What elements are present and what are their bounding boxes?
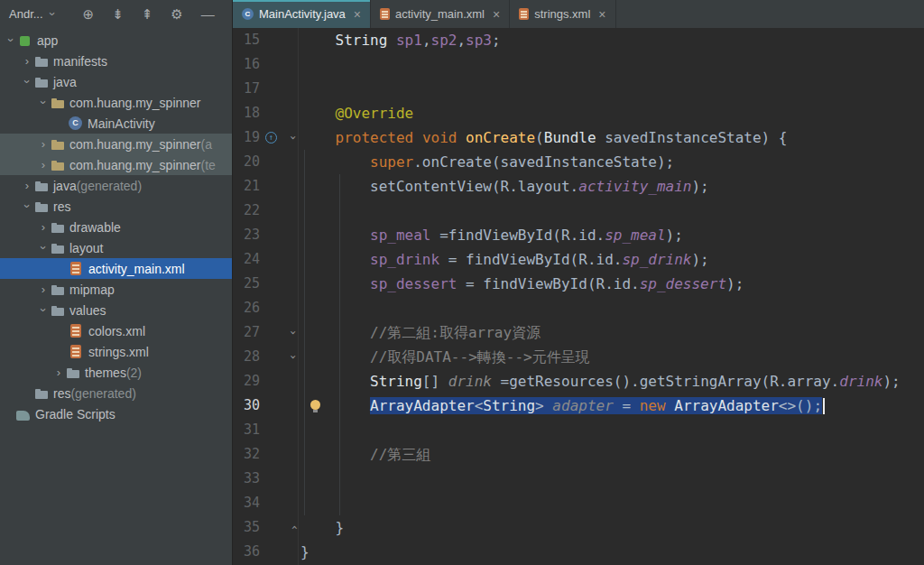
code-line[interactable]: 19↑› protected void onCreate(Bundle save… (233, 125, 924, 150)
tree-item-java[interactable]: ›java (generated) (0, 175, 232, 196)
line-number[interactable]: 28 (233, 345, 260, 369)
project-view-selector[interactable]: Andr... › (9, 7, 60, 21)
chevron-right-icon[interactable]: › (51, 366, 66, 379)
line-number[interactable]: 23 (233, 223, 260, 247)
chevron-down-icon[interactable]: › (37, 96, 51, 110)
code-line[interactable]: 15 String sp1,sp2,sp3; (233, 28, 924, 52)
code-line[interactable]: 36} (233, 540, 924, 564)
code-text[interactable]: String sp1,sp2,sp3; (300, 28, 501, 52)
code-text[interactable]: //第三組 (300, 442, 430, 467)
chevron-right-icon[interactable]: › (20, 54, 34, 68)
scroll-up-icon[interactable]: ⇞ (142, 7, 153, 21)
code-line[interactable]: 22 (233, 199, 924, 223)
code-line[interactable]: 29 String[] drink =getResources().getStr… (233, 369, 924, 394)
code-text[interactable]: sp_meal =findViewById(R.id.sp_meal); (300, 223, 683, 247)
tree-item-values[interactable]: ›values (0, 300, 232, 320)
line-number[interactable]: 17 (233, 77, 260, 101)
tree-item-activity-main-xml[interactable]: activity_main.xml (0, 258, 232, 279)
tree-item-app[interactable]: ›app (0, 30, 232, 51)
chevron-right-icon[interactable]: › (36, 137, 51, 151)
line-number[interactable]: 22 (233, 199, 260, 223)
line-number[interactable]: 34 (233, 491, 260, 515)
tree-item-drawable[interactable]: ›drawable (0, 217, 232, 237)
code-text[interactable]: @Override (300, 101, 413, 125)
line-number[interactable]: 29 (233, 369, 260, 394)
tree-item-com-huang-my-spinner[interactable]: ›com.huang.my_spinner (te (0, 154, 232, 175)
line-number[interactable]: 16 (233, 52, 260, 77)
tree-item-layout[interactable]: ›layout (0, 237, 232, 258)
locate-file-icon[interactable]: ⊕ (83, 7, 95, 21)
code-line[interactable]: 20 super.onCreate(savedInstanceState); (233, 150, 924, 174)
tree-item-mainactivity[interactable]: CMainActivity (0, 113, 232, 134)
code-text[interactable]: sp_drink = findViewById(R.id.sp_drink); (300, 247, 709, 272)
chevron-down-icon[interactable]: › (37, 241, 51, 255)
code-text[interactable]: //第二組:取得array資源 (300, 320, 541, 345)
tree-item-colors-xml[interactable]: colors.xml (0, 320, 232, 341)
line-number[interactable]: 31 (233, 418, 260, 442)
scroll-down-icon[interactable]: ⇟ (112, 7, 124, 21)
code-line[interactable]: 27› //第二組:取得array資源 (233, 320, 924, 345)
tree-item-gradle-scripts[interactable]: Gradle Scripts (0, 403, 232, 424)
code-text[interactable]: setContentView(R.layout.activity_main); (300, 174, 709, 199)
code-line[interactable]: 24 sp_drink = findViewById(R.id.sp_drink… (233, 247, 924, 272)
code-line[interactable]: 30 ArrayAdapter<String> adapter = new Ar… (233, 394, 924, 418)
code-line[interactable]: 23 sp_meal =findViewById(R.id.sp_meal); (233, 223, 924, 247)
code-line[interactable]: 33 (233, 467, 924, 491)
chevron-down-icon[interactable]: › (21, 199, 34, 214)
tree-item-res[interactable]: res (generated) (0, 383, 232, 403)
line-number[interactable]: 33 (233, 467, 260, 491)
line-number[interactable]: 18 (233, 101, 260, 125)
code-line[interactable]: 18 @Override (233, 101, 924, 125)
line-number[interactable]: 21 (233, 174, 260, 199)
settings-gear-icon[interactable]: ⚙ (171, 7, 182, 21)
line-number[interactable]: 32 (233, 442, 260, 467)
close-icon[interactable]: × (598, 7, 605, 22)
tree-item-manifests[interactable]: ›manifests (0, 51, 232, 71)
line-number[interactable]: 26 (233, 296, 260, 320)
code-text[interactable]: ArrayAdapter<String> adapter = new Array… (300, 394, 825, 418)
code-line[interactable]: 28› //取得DATA-->轉換-->元件呈現 (233, 345, 924, 369)
chevron-down-icon[interactable]: › (5, 33, 18, 48)
code-line[interactable]: 25 sp_dessert = findViewById(R.id.sp_des… (233, 272, 924, 296)
code-line[interactable]: 26 (233, 296, 924, 320)
code-text[interactable]: //取得DATA-->轉換-->元件呈現 (300, 345, 590, 369)
code-line[interactable]: 17 (233, 77, 924, 101)
chevron-right-icon[interactable]: › (36, 158, 51, 171)
override-method-icon[interactable]: ↑ (265, 132, 277, 144)
code-text[interactable]: } (300, 540, 310, 564)
code-text[interactable]: super.onCreate(savedInstanceState); (300, 150, 674, 174)
code-text[interactable]: String[] drink =getResources().getString… (300, 369, 901, 394)
line-number[interactable]: 24 (233, 247, 260, 272)
tree-item-themes[interactable]: ›themes (2) (0, 362, 232, 383)
tree-item-res[interactable]: ›res (0, 196, 232, 217)
code-line[interactable]: 35› } (233, 515, 924, 540)
tree-item-strings-xml[interactable]: strings.xml (0, 341, 232, 362)
line-number[interactable]: 19 (233, 125, 260, 150)
line-number[interactable]: 36 (233, 540, 260, 564)
line-number[interactable]: 15 (233, 28, 260, 52)
line-number[interactable]: 25 (233, 272, 260, 296)
line-number[interactable]: 30 (233, 394, 260, 418)
code-line[interactable]: 32 //第三組 (233, 442, 924, 467)
editor-tab-mainactivity-java[interactable]: CMainActivity.java× (233, 0, 371, 28)
code-line[interactable]: 31 (233, 418, 924, 442)
chevron-right-icon[interactable]: › (36, 282, 51, 296)
line-number[interactable]: 35 (233, 515, 260, 540)
line-number[interactable]: 27 (233, 320, 260, 345)
chevron-right-icon[interactable]: › (20, 179, 34, 192)
code-text[interactable]: protected void onCreate(Bundle savedInst… (300, 125, 787, 150)
hide-panel-icon[interactable]: — (201, 7, 215, 21)
close-icon[interactable]: × (354, 7, 361, 22)
chevron-down-icon[interactable]: › (21, 75, 34, 89)
close-icon[interactable]: × (493, 7, 500, 22)
code-line[interactable]: 16 (233, 52, 924, 77)
tree-item-com-huang-my-spinner[interactable]: ›com.huang.my_spinner (0, 92, 232, 113)
tree-item-java[interactable]: ›java (0, 71, 232, 92)
tree-item-com-huang-my-spinner[interactable]: ›com.huang.my_spinner (a (0, 134, 232, 154)
chevron-right-icon[interactable]: › (36, 220, 51, 234)
editor-tab-strings-xml[interactable]: strings.xml× (510, 0, 615, 28)
code-line[interactable]: 21 setContentView(R.layout.activity_main… (233, 174, 924, 199)
code-line[interactable]: 34 (233, 491, 924, 515)
code-text[interactable]: sp_dessert = findViewById(R.id.sp_desser… (300, 272, 744, 296)
tree-item-mipmap[interactable]: ›mipmap (0, 279, 232, 300)
